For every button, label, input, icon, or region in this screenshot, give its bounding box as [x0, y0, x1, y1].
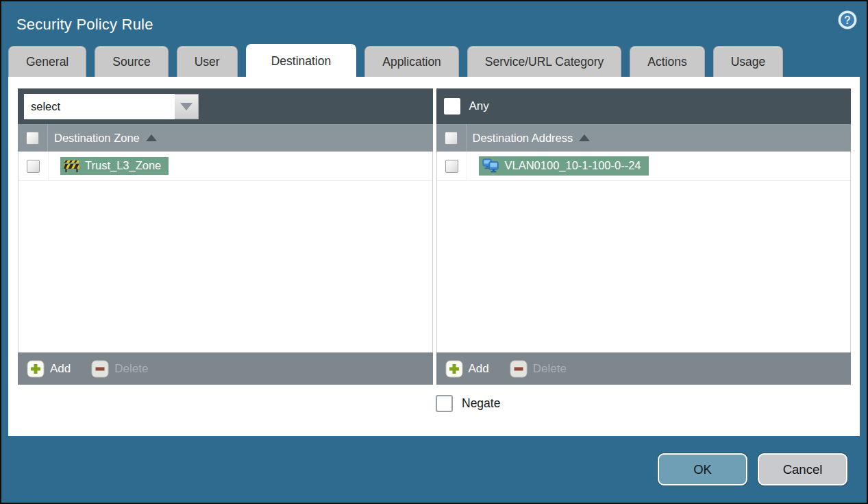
address-column-label: Destination Address: [473, 132, 573, 145]
zone-panel-toolbar: [18, 88, 433, 124]
tab-usage[interactable]: Usage: [713, 46, 784, 77]
zone-filter-dropdown-button[interactable]: [175, 94, 199, 119]
address-table-header: Destination Address: [436, 124, 852, 152]
zone-table-header: Destination Zone: [18, 124, 433, 152]
negate-spacer: [18, 395, 433, 412]
add-icon: [27, 360, 45, 378]
zone-item[interactable]: Trust_L3_Zone: [60, 157, 169, 175]
destination-address-panel: Any Destination Address: [436, 88, 852, 385]
add-icon: [445, 360, 463, 378]
chevron-down-icon: [180, 103, 193, 110]
address-icon: [482, 158, 499, 173]
address-select-all-checkbox[interactable]: [445, 132, 458, 145]
address-item-label: VLAN0100_10-1-100-0--24: [505, 159, 641, 172]
zone-select-all-checkbox[interactable]: [26, 132, 39, 145]
zone-row-checkbox[interactable]: [27, 160, 40, 173]
delete-zone-button[interactable]: Delete: [91, 360, 148, 378]
zone-column-header[interactable]: Destination Zone: [48, 124, 157, 152]
tab-application[interactable]: Application: [364, 46, 459, 77]
svg-text:?: ?: [844, 14, 851, 26]
help-icon[interactable]: ?: [837, 10, 858, 30]
any-checkbox[interactable]: [444, 98, 460, 115]
cancel-button[interactable]: Cancel: [758, 453, 847, 485]
security-policy-rule-dialog: Security Policy Rule ? General Source Us…: [0, 0, 868, 504]
negate-label: Negate: [462, 396, 500, 411]
sort-asc-icon: [579, 134, 590, 141]
tab-general[interactable]: General: [8, 46, 86, 77]
tab-bar: General Source User Destination Applicat…: [1, 44, 867, 77]
delete-icon: [91, 360, 109, 378]
any-checkbox-field[interactable]: Any: [444, 98, 489, 115]
add-address-label: Add: [469, 362, 489, 376]
negate-row: Negate: [18, 395, 851, 412]
table-row[interactable]: Trust_L3_Zone: [18, 152, 432, 181]
zone-filter-combobox: [24, 94, 199, 119]
add-zone-label: Add: [50, 362, 71, 376]
tab-destination[interactable]: Destination: [246, 44, 357, 77]
dialog-titlebar: Security Policy Rule: [1, 1, 867, 44]
address-table-body: VLAN0100_10-1-100-0--24: [436, 152, 852, 352]
zone-item-label: Trust_L3_Zone: [85, 159, 161, 172]
delete-address-button[interactable]: Delete: [510, 360, 567, 378]
negate-checkbox-field[interactable]: Negate: [433, 395, 851, 412]
destination-tab-content: Destination Zone: [8, 77, 860, 436]
address-row-checkbox[interactable]: [445, 160, 458, 173]
dialog-title: Security Policy Rule: [16, 16, 153, 34]
zone-icon: [64, 160, 79, 172]
negate-checkbox[interactable]: [436, 395, 453, 412]
ok-button[interactable]: OK: [658, 453, 747, 485]
tab-service-url-category[interactable]: Service/URL Category: [467, 46, 621, 77]
zone-table-body: Trust_L3_Zone: [18, 152, 433, 352]
table-row[interactable]: VLAN0100_10-1-100-0--24: [437, 152, 851, 181]
add-address-button[interactable]: Add: [445, 360, 489, 378]
sort-asc-icon: [146, 134, 157, 141]
dialog-footer: OK Cancel: [1, 436, 867, 503]
address-panel-toolbar: Any: [436, 88, 852, 124]
address-item[interactable]: VLAN0100_10-1-100-0--24: [479, 156, 649, 176]
tab-source[interactable]: Source: [95, 46, 168, 77]
zone-filter-input[interactable]: [24, 94, 175, 119]
add-zone-button[interactable]: Add: [27, 360, 71, 378]
tab-user[interactable]: User: [177, 46, 238, 77]
zone-column-label: Destination Zone: [54, 132, 140, 145]
address-column-header[interactable]: Destination Address: [467, 124, 591, 152]
zone-panel-footer: Add Delete: [18, 352, 433, 385]
any-label: Any: [469, 99, 489, 113]
delete-address-label: Delete: [533, 362, 567, 376]
tab-actions[interactable]: Actions: [630, 46, 704, 77]
address-panel-footer: Add Delete: [436, 352, 852, 385]
delete-icon: [510, 360, 528, 378]
delete-zone-label: Delete: [114, 362, 148, 376]
destination-zone-panel: Destination Zone: [18, 88, 433, 385]
